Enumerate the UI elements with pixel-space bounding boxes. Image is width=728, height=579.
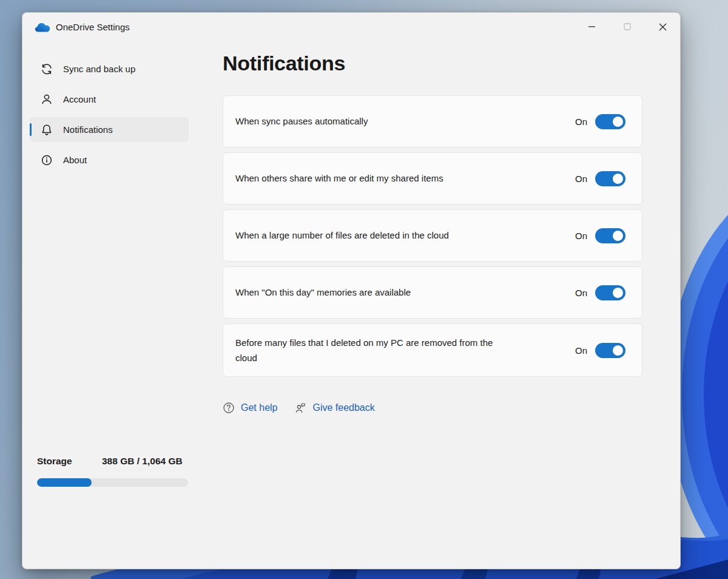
toggle-knob	[613, 231, 623, 241]
window-title: OneDrive Settings	[56, 22, 130, 32]
setting-label: When "On this day" memories are availabl…	[235, 285, 411, 300]
storage-label: Storage	[37, 456, 72, 467]
bell-icon	[41, 124, 53, 136]
setting-label: When others share with me or edit my sha…	[235, 171, 443, 186]
sidebar-item-label: Sync and back up	[63, 64, 135, 74]
feedback-icon	[294, 402, 306, 414]
setting-card-sync-pauses: When sync pauses automatically On	[223, 95, 642, 147]
close-icon	[659, 23, 667, 31]
sidebar-item-label: Account	[63, 94, 96, 104]
toggle-knob	[613, 345, 623, 356]
give-feedback-link[interactable]: Give feedback	[294, 402, 374, 414]
maximize-icon	[624, 23, 631, 30]
selection-accent-bar	[30, 123, 32, 136]
setting-label: When a large number of files are deleted…	[235, 228, 449, 243]
toggle-state-label: On	[575, 345, 587, 356]
onedrive-cloud-icon	[35, 22, 50, 32]
toggle-switch[interactable]	[595, 285, 625, 300]
setting-card-on-this-day: When "On this day" memories are availabl…	[223, 266, 642, 319]
toggle-switch[interactable]	[595, 171, 625, 186]
toggle-knob	[613, 174, 623, 184]
setting-label: Before many files that I deleted on my P…	[235, 335, 502, 366]
close-button[interactable]	[645, 13, 680, 41]
setting-card-others-share: When others share with me or edit my sha…	[223, 152, 642, 205]
maximize-button[interactable]	[610, 13, 645, 41]
toggle-state-label: On	[575, 117, 587, 127]
page-title: Notifications	[223, 52, 345, 75]
setting-card-files-deleted-cloud: When a large number of files are deleted…	[223, 209, 642, 262]
minimize-icon	[588, 23, 596, 30]
sidebar-item-account[interactable]: Account	[30, 87, 189, 112]
onedrive-settings-window: OneDrive Settings Sync and back up	[22, 12, 681, 569]
toggle-switch[interactable]	[595, 114, 625, 129]
sidebar-item-label: Notifications	[63, 124, 113, 135]
toggle-state-label: On	[575, 231, 587, 241]
help-links-row: Get help Give feedback	[223, 402, 392, 414]
help-circle-icon	[223, 402, 235, 414]
setting-card-before-removal: Before many files that I deleted on my P…	[223, 323, 642, 377]
storage-progress-bar	[37, 478, 188, 487]
titlebar[interactable]: OneDrive Settings	[22, 13, 680, 41]
sync-icon	[41, 63, 53, 75]
toggle-knob	[613, 117, 623, 127]
sidebar-item-notifications[interactable]: Notifications	[30, 117, 189, 142]
setting-label: When sync pauses automatically	[235, 113, 368, 129]
minimize-button[interactable]	[575, 13, 610, 41]
toggle-state-label: On	[575, 174, 587, 184]
sidebar-item-about[interactable]: About	[30, 147, 189, 172]
get-help-label: Get help	[241, 402, 277, 413]
toggle-state-label: On	[575, 288, 587, 298]
sidebar-item-label: About	[63, 155, 87, 165]
toggle-knob	[613, 288, 623, 298]
get-help-link[interactable]: Get help	[223, 402, 277, 414]
storage-value: 388 GB / 1,064 GB	[102, 456, 183, 467]
person-icon	[41, 93, 53, 106]
give-feedback-label: Give feedback	[312, 402, 374, 413]
toggle-switch[interactable]	[595, 228, 625, 243]
info-icon	[41, 154, 53, 166]
toggle-switch[interactable]	[595, 343, 625, 358]
storage-progress-fill	[37, 478, 92, 487]
sidebar-item-sync-and-back-up[interactable]: Sync and back up	[30, 56, 189, 81]
